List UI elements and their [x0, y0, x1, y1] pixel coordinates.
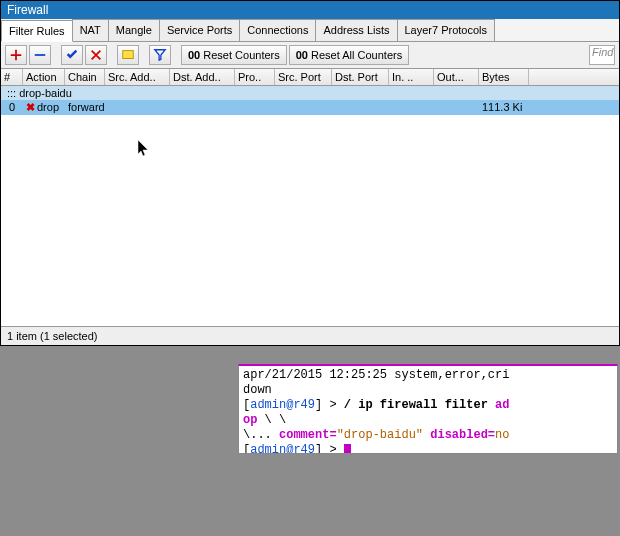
remove-button[interactable] — [29, 45, 51, 65]
drop-icon: ✖ — [26, 101, 35, 113]
col-bytes[interactable]: Bytes — [479, 69, 529, 85]
terminal-line: \... comment="drop-baidu" disabled=no — [243, 428, 613, 443]
minus-icon — [33, 48, 47, 62]
x-icon — [89, 48, 103, 62]
terminal-line: [admin@r49] > / ip firewall filter ad — [243, 398, 613, 413]
reset-counters-button[interactable]: 00 Reset Counters — [181, 45, 287, 65]
titlebar: Firewall — [1, 1, 619, 19]
toolbar: 00 Reset Counters 00 Reset All Counters … — [1, 42, 619, 69]
svg-rect-1 — [123, 51, 134, 59]
col-proto[interactable]: Pro.. — [235, 69, 275, 85]
cell-action: ✖drop — [23, 100, 65, 115]
check-icon — [65, 48, 79, 62]
tab-nat[interactable]: NAT — [72, 19, 109, 41]
group-row[interactable]: ::: drop-baidu — [1, 86, 619, 100]
note-icon — [121, 48, 135, 62]
tab-filter-rules[interactable]: Filter Rules — [1, 20, 73, 42]
find-input[interactable]: Find — [589, 45, 615, 65]
disable-button[interactable] — [85, 45, 107, 65]
plus-icon — [9, 48, 23, 62]
tab-address-lists[interactable]: Address Lists — [315, 19, 397, 41]
terminal-line: [admin@r49] > — [243, 443, 613, 454]
funnel-icon — [153, 48, 167, 62]
tab-connections[interactable]: Connections — [239, 19, 316, 41]
terminal-line: apr/21/2015 12:25:25 system,error,cri — [243, 368, 613, 383]
cell-chain: forward — [65, 100, 105, 115]
enable-button[interactable] — [61, 45, 83, 65]
comment-button[interactable] — [117, 45, 139, 65]
col-in[interactable]: In. .. — [389, 69, 434, 85]
cell-num: 0 — [1, 100, 23, 115]
col-out[interactable]: Out... — [434, 69, 479, 85]
tab-layer7-protocols[interactable]: Layer7 Protocols — [397, 19, 496, 41]
terminal-line: down — [243, 383, 613, 398]
firewall-window: Firewall Filter Rules NAT Mangle Service… — [0, 0, 620, 346]
tab-mangle[interactable]: Mangle — [108, 19, 160, 41]
cell-bytes: 111.3 Ki — [479, 100, 529, 115]
col-dst-addr[interactable]: Dst. Add.. — [170, 69, 235, 85]
tab-service-ports[interactable]: Service Ports — [159, 19, 240, 41]
terminal[interactable]: apr/21/2015 12:25:25 system,error,cri do… — [238, 364, 618, 454]
window-title: Firewall — [7, 3, 48, 17]
col-dst-port[interactable]: Dst. Port — [332, 69, 389, 85]
add-button[interactable] — [5, 45, 27, 65]
svg-rect-0 — [35, 54, 46, 56]
status-bar: 1 item (1 selected) — [1, 326, 619, 345]
reset-all-counters-button[interactable]: 00 Reset All Counters — [289, 45, 409, 65]
filter-button[interactable] — [149, 45, 171, 65]
col-chain[interactable]: Chain — [65, 69, 105, 85]
rule-grid[interactable]: ::: drop-baidu 0 ✖drop forward 111.3 Ki — [1, 86, 619, 326]
terminal-line: op \ \ — [243, 413, 613, 428]
col-num[interactable]: # — [1, 69, 23, 85]
cursor-icon — [344, 444, 351, 454]
table-row[interactable]: 0 ✖drop forward 111.3 Ki — [1, 100, 619, 115]
col-src-addr[interactable]: Src. Add.. — [105, 69, 170, 85]
column-headers: # Action Chain Src. Add.. Dst. Add.. Pro… — [1, 69, 619, 86]
tab-bar: Filter Rules NAT Mangle Service Ports Co… — [1, 19, 619, 42]
col-action[interactable]: Action — [23, 69, 65, 85]
col-src-port[interactable]: Src. Port — [275, 69, 332, 85]
